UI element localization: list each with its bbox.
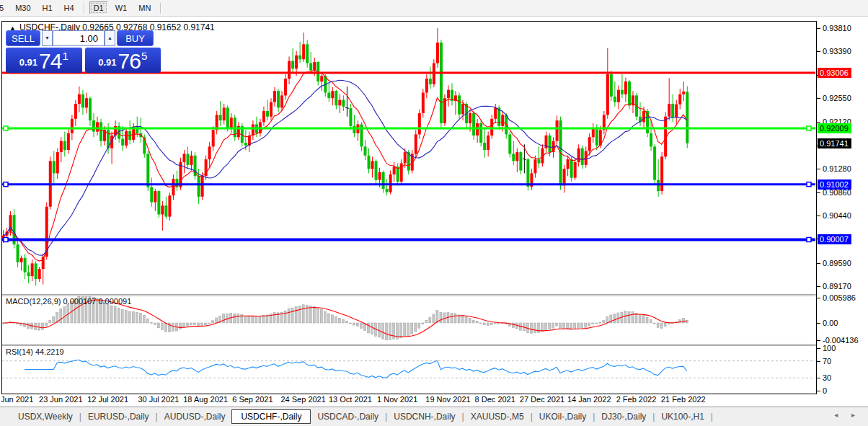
date-label: 27 Dec 2021 [520,395,564,404]
sell-price-display[interactable]: 0.91 74 1 [6,48,82,73]
timeframe-toolbar: 5M30H1H4D1W1MN [0,0,868,17]
buy-button[interactable]: BUY [117,30,154,46]
timeframe-button-m30[interactable]: M30 [11,1,35,14]
rsi-tick-label: 100 [823,344,836,352]
price-tick-mark [817,286,820,287]
price-tick-mark [817,216,820,216]
price-tick-mark [817,28,820,29]
time-axis[interactable]: 4 Jun 202123 Jun 202112 Jul 202130 Jul 2… [1,394,815,406]
price-tick-mark [817,169,820,169]
date-label: 21 Feb 2022 [661,395,706,404]
price-tick-label: 0.92550 [823,94,851,102]
date-label: 19 Nov 2021 [425,395,470,404]
price-tick-label: 0.91280 [823,164,851,173]
one-click-trading-panel: SELL ▼ ▲ BUY 0.91 74 1 0.91 76 5 [6,30,161,73]
rsi-tick-label: 70 [823,357,831,365]
macd-tick-label: 0.005986 [823,293,856,302]
chart-tab-bar: USDX,Weekly|EURUSD-,Daily|AUDUSD-,DailyU… [0,407,868,426]
rsi-tick-label: 30 [823,373,831,382]
timeframe-button-w1[interactable]: W1 [111,1,132,14]
volume-box [53,30,105,46]
timeframe-button-h1[interactable]: H1 [38,1,57,14]
tab-ukoil-daily[interactable]: UKOil-,Daily [533,410,593,423]
tab-scroll-arrows[interactable]: ◂ ▸ [834,411,861,419]
sell-price-big: 74 [39,52,61,71]
sell-price-prefix: 0.91 [19,57,37,68]
volume-increase-button[interactable]: ▲ [105,30,115,46]
date-label: 14 Jan 2022 [567,395,611,404]
date-label: 1 Nov 2021 [377,395,417,404]
price-badge: 0.93006 [818,68,851,78]
buy-price-pip: 5 [141,50,147,62]
terminal-window: 5M30H1H4D1W1MN ▲USDCHF-,Daily 0.92665 0.… [0,0,868,426]
rsi-tick-mark [817,348,820,349]
price-tick-label: 0.89590 [823,259,851,267]
price-axis[interactable]: 0.938100.933900.929700.925500.921200.917… [817,21,868,406]
rsi-tick-mark [817,391,820,391]
buy-price-big: 76 [118,52,141,71]
date-label: 30 Jul 2021 [138,395,179,404]
macd-label: MACD(12,26,9) 0.000107 0.000091 [6,297,131,306]
macd-tick-mark [817,340,820,341]
date-label: 13 Oct 2021 [329,395,372,404]
price-tick-mark [817,192,820,193]
tab-divider: | [711,412,713,422]
price-tick-label: 0.93390 [823,47,851,56]
tab-usdcnh-daily[interactable]: USDCNH-,Daily [387,410,461,423]
rsi-tick-mark [817,378,820,378]
price-tick-label: 0.89170 [823,282,851,290]
rsi-tick-label: 0 [823,386,827,395]
timeframe-button-mn[interactable]: MN [134,1,155,14]
date-label: 23 Jun 2021 [39,395,83,404]
price-badge: 0.92009 [818,123,851,133]
toolbar-separator [160,3,161,14]
tab-usdcad-daily[interactable]: USDCAD-,Daily [311,410,385,423]
sell-button[interactable]: SELL [6,30,40,46]
timeframe-button-h4[interactable]: H4 [60,1,79,14]
date-label: 18 Aug 2021 [183,395,228,404]
tab-dj30-daily[interactable]: DJ30-,Daily [595,410,652,423]
price-tick-label: 0.90440 [823,211,851,220]
sell-price-pip: 1 [62,50,68,62]
rsi-tick-mark [817,361,820,362]
toolbar-separator [84,3,84,14]
date-label: 6 Sep 2021 [232,395,273,404]
macd-tick-mark [817,298,820,298]
price-tick-label: 0.93810 [823,24,851,32]
price-tick-mark [817,51,820,52]
buy-price-display[interactable]: 0.91 76 5 [85,48,161,73]
timeframe-button-d1[interactable]: D1 [89,1,108,14]
volume-input[interactable] [53,31,104,45]
price-badge: 0.90007 [818,234,851,244]
date-label: 2 Feb 2022 [616,395,657,404]
tab-xauusd-m5[interactable]: XAUUSD-,M5 [464,410,531,423]
tab-usdx-weekly[interactable]: USDX,Weekly [12,410,79,423]
macd-tick-mark [817,323,820,324]
tab-audusd-daily[interactable]: AUDUSD-,Daily [158,410,232,423]
tab-uk100-h1[interactable]: UK100-,H1 [655,410,710,423]
price-badge: 0.91741 [818,138,851,148]
price-tick-mark [817,263,820,264]
buy-price-prefix: 0.91 [98,57,116,68]
price-badge: 0.91002 [818,179,851,190]
volume-decrease-button[interactable]: ▼ [42,30,53,46]
rsi-pane[interactable] [1,346,815,391]
date-label: 4 Jun 2021 [1,395,33,404]
date-label: 8 Dec 2021 [475,395,515,404]
macd-tick-label: 0.00 [823,319,838,327]
price-tick-mark [817,98,820,99]
tab-eurusd-daily[interactable]: EURUSD-,Daily [81,410,156,423]
tab-usdchf-daily[interactable]: USDCHF-,Daily [231,409,311,424]
date-label: 12 Jul 2021 [87,395,128,404]
rsi-label: RSI(14) 44.2219 [6,347,64,356]
date-label: 24 Sep 2021 [280,395,325,404]
timeframe-button-5[interactable]: 5 [0,1,8,14]
